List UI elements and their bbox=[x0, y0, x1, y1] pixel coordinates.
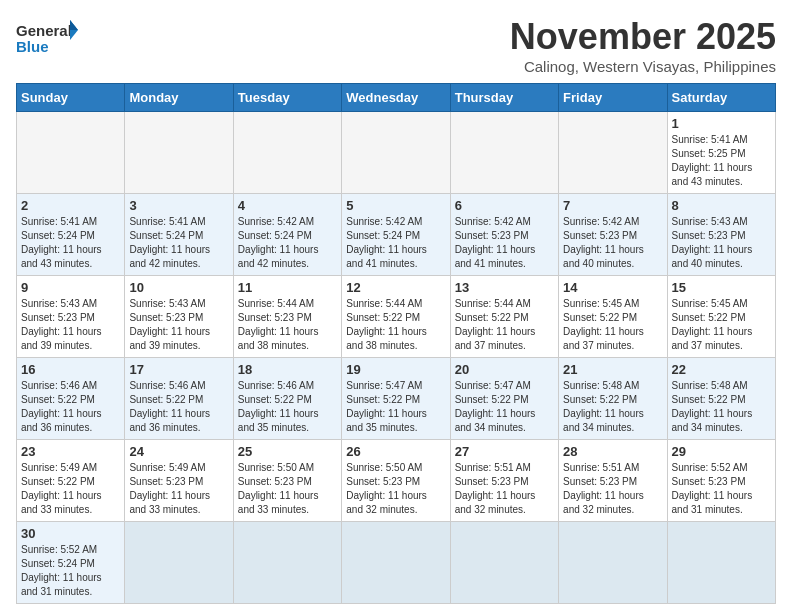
calendar-day-cell bbox=[17, 112, 125, 194]
calendar-day-cell: 29Sunrise: 5:52 AM Sunset: 5:23 PM Dayli… bbox=[667, 440, 775, 522]
calendar-week-row: 23Sunrise: 5:49 AM Sunset: 5:22 PM Dayli… bbox=[17, 440, 776, 522]
calendar-day-cell bbox=[450, 112, 558, 194]
day-info: Sunrise: 5:51 AM Sunset: 5:23 PM Dayligh… bbox=[563, 461, 662, 517]
logo: General Blue bbox=[16, 16, 78, 60]
calendar-day-cell: 10Sunrise: 5:43 AM Sunset: 5:23 PM Dayli… bbox=[125, 276, 233, 358]
calendar-day-cell: 2Sunrise: 5:41 AM Sunset: 5:24 PM Daylig… bbox=[17, 194, 125, 276]
day-info: Sunrise: 5:45 AM Sunset: 5:22 PM Dayligh… bbox=[563, 297, 662, 353]
day-number: 24 bbox=[129, 444, 228, 459]
day-info: Sunrise: 5:48 AM Sunset: 5:22 PM Dayligh… bbox=[672, 379, 771, 435]
day-info: Sunrise: 5:41 AM Sunset: 5:24 PM Dayligh… bbox=[21, 215, 120, 271]
calendar-day-cell: 23Sunrise: 5:49 AM Sunset: 5:22 PM Dayli… bbox=[17, 440, 125, 522]
calendar-day-cell: 30Sunrise: 5:52 AM Sunset: 5:24 PM Dayli… bbox=[17, 522, 125, 604]
day-number: 22 bbox=[672, 362, 771, 377]
day-info: Sunrise: 5:43 AM Sunset: 5:23 PM Dayligh… bbox=[129, 297, 228, 353]
calendar-day-cell bbox=[667, 522, 775, 604]
day-info: Sunrise: 5:49 AM Sunset: 5:23 PM Dayligh… bbox=[129, 461, 228, 517]
day-number: 12 bbox=[346, 280, 445, 295]
day-info: Sunrise: 5:42 AM Sunset: 5:23 PM Dayligh… bbox=[563, 215, 662, 271]
title-area: November 2025 Calinog, Western Visayas, … bbox=[510, 16, 776, 75]
calendar-day-cell: 19Sunrise: 5:47 AM Sunset: 5:22 PM Dayli… bbox=[342, 358, 450, 440]
calendar-day-cell: 16Sunrise: 5:46 AM Sunset: 5:22 PM Dayli… bbox=[17, 358, 125, 440]
calendar-day-cell: 9Sunrise: 5:43 AM Sunset: 5:23 PM Daylig… bbox=[17, 276, 125, 358]
day-number: 21 bbox=[563, 362, 662, 377]
calendar-day-cell: 22Sunrise: 5:48 AM Sunset: 5:22 PM Dayli… bbox=[667, 358, 775, 440]
calendar-day-cell bbox=[233, 112, 341, 194]
day-number: 30 bbox=[21, 526, 120, 541]
day-info: Sunrise: 5:43 AM Sunset: 5:23 PM Dayligh… bbox=[672, 215, 771, 271]
weekday-header-saturday: Saturday bbox=[667, 84, 775, 112]
calendar-day-cell bbox=[342, 522, 450, 604]
day-info: Sunrise: 5:46 AM Sunset: 5:22 PM Dayligh… bbox=[129, 379, 228, 435]
day-number: 6 bbox=[455, 198, 554, 213]
day-number: 19 bbox=[346, 362, 445, 377]
calendar-day-cell: 4Sunrise: 5:42 AM Sunset: 5:24 PM Daylig… bbox=[233, 194, 341, 276]
calendar-day-cell: 12Sunrise: 5:44 AM Sunset: 5:22 PM Dayli… bbox=[342, 276, 450, 358]
svg-marker-3 bbox=[70, 20, 78, 30]
day-number: 16 bbox=[21, 362, 120, 377]
location-title: Calinog, Western Visayas, Philippines bbox=[510, 58, 776, 75]
day-info: Sunrise: 5:43 AM Sunset: 5:23 PM Dayligh… bbox=[21, 297, 120, 353]
day-info: Sunrise: 5:45 AM Sunset: 5:22 PM Dayligh… bbox=[672, 297, 771, 353]
weekday-header-friday: Friday bbox=[559, 84, 667, 112]
day-number: 18 bbox=[238, 362, 337, 377]
day-number: 11 bbox=[238, 280, 337, 295]
day-info: Sunrise: 5:47 AM Sunset: 5:22 PM Dayligh… bbox=[455, 379, 554, 435]
day-info: Sunrise: 5:41 AM Sunset: 5:25 PM Dayligh… bbox=[672, 133, 771, 189]
day-number: 2 bbox=[21, 198, 120, 213]
day-number: 10 bbox=[129, 280, 228, 295]
calendar-day-cell: 15Sunrise: 5:45 AM Sunset: 5:22 PM Dayli… bbox=[667, 276, 775, 358]
calendar-week-row: 16Sunrise: 5:46 AM Sunset: 5:22 PM Dayli… bbox=[17, 358, 776, 440]
calendar-day-cell bbox=[233, 522, 341, 604]
calendar-day-cell bbox=[125, 112, 233, 194]
weekday-header-wednesday: Wednesday bbox=[342, 84, 450, 112]
logo-icon: General Blue bbox=[16, 16, 78, 60]
calendar-day-cell: 21Sunrise: 5:48 AM Sunset: 5:22 PM Dayli… bbox=[559, 358, 667, 440]
day-info: Sunrise: 5:42 AM Sunset: 5:24 PM Dayligh… bbox=[346, 215, 445, 271]
day-number: 9 bbox=[21, 280, 120, 295]
weekday-header-tuesday: Tuesday bbox=[233, 84, 341, 112]
calendar-day-cell bbox=[559, 112, 667, 194]
calendar-week-row: 9Sunrise: 5:43 AM Sunset: 5:23 PM Daylig… bbox=[17, 276, 776, 358]
calendar-week-row: 2Sunrise: 5:41 AM Sunset: 5:24 PM Daylig… bbox=[17, 194, 776, 276]
day-info: Sunrise: 5:46 AM Sunset: 5:22 PM Dayligh… bbox=[21, 379, 120, 435]
calendar-day-cell: 3Sunrise: 5:41 AM Sunset: 5:24 PM Daylig… bbox=[125, 194, 233, 276]
day-number: 27 bbox=[455, 444, 554, 459]
calendar-day-cell: 18Sunrise: 5:46 AM Sunset: 5:22 PM Dayli… bbox=[233, 358, 341, 440]
day-number: 13 bbox=[455, 280, 554, 295]
calendar-day-cell: 24Sunrise: 5:49 AM Sunset: 5:23 PM Dayli… bbox=[125, 440, 233, 522]
calendar-day-cell: 17Sunrise: 5:46 AM Sunset: 5:22 PM Dayli… bbox=[125, 358, 233, 440]
calendar-day-cell: 20Sunrise: 5:47 AM Sunset: 5:22 PM Dayli… bbox=[450, 358, 558, 440]
calendar-day-cell: 14Sunrise: 5:45 AM Sunset: 5:22 PM Dayli… bbox=[559, 276, 667, 358]
day-info: Sunrise: 5:51 AM Sunset: 5:23 PM Dayligh… bbox=[455, 461, 554, 517]
header: General Blue November 2025 Calinog, West… bbox=[16, 16, 776, 75]
day-number: 23 bbox=[21, 444, 120, 459]
day-number: 1 bbox=[672, 116, 771, 131]
calendar-day-cell: 7Sunrise: 5:42 AM Sunset: 5:23 PM Daylig… bbox=[559, 194, 667, 276]
calendar-day-cell: 1Sunrise: 5:41 AM Sunset: 5:25 PM Daylig… bbox=[667, 112, 775, 194]
day-number: 29 bbox=[672, 444, 771, 459]
svg-text:General: General bbox=[16, 22, 72, 39]
day-info: Sunrise: 5:48 AM Sunset: 5:22 PM Dayligh… bbox=[563, 379, 662, 435]
day-info: Sunrise: 5:42 AM Sunset: 5:24 PM Dayligh… bbox=[238, 215, 337, 271]
day-number: 25 bbox=[238, 444, 337, 459]
calendar-week-row: 30Sunrise: 5:52 AM Sunset: 5:24 PM Dayli… bbox=[17, 522, 776, 604]
day-info: Sunrise: 5:52 AM Sunset: 5:24 PM Dayligh… bbox=[21, 543, 120, 599]
day-number: 8 bbox=[672, 198, 771, 213]
calendar-day-cell: 6Sunrise: 5:42 AM Sunset: 5:23 PM Daylig… bbox=[450, 194, 558, 276]
calendar-day-cell bbox=[342, 112, 450, 194]
day-info: Sunrise: 5:44 AM Sunset: 5:23 PM Dayligh… bbox=[238, 297, 337, 353]
calendar-day-cell: 11Sunrise: 5:44 AM Sunset: 5:23 PM Dayli… bbox=[233, 276, 341, 358]
day-info: Sunrise: 5:47 AM Sunset: 5:22 PM Dayligh… bbox=[346, 379, 445, 435]
day-info: Sunrise: 5:42 AM Sunset: 5:23 PM Dayligh… bbox=[455, 215, 554, 271]
day-number: 5 bbox=[346, 198, 445, 213]
calendar-week-row: 1Sunrise: 5:41 AM Sunset: 5:25 PM Daylig… bbox=[17, 112, 776, 194]
day-info: Sunrise: 5:50 AM Sunset: 5:23 PM Dayligh… bbox=[238, 461, 337, 517]
day-number: 20 bbox=[455, 362, 554, 377]
day-info: Sunrise: 5:41 AM Sunset: 5:24 PM Dayligh… bbox=[129, 215, 228, 271]
calendar-table: SundayMondayTuesdayWednesdayThursdayFrid… bbox=[16, 83, 776, 604]
day-number: 3 bbox=[129, 198, 228, 213]
day-info: Sunrise: 5:52 AM Sunset: 5:23 PM Dayligh… bbox=[672, 461, 771, 517]
day-info: Sunrise: 5:46 AM Sunset: 5:22 PM Dayligh… bbox=[238, 379, 337, 435]
svg-text:Blue: Blue bbox=[16, 38, 49, 55]
